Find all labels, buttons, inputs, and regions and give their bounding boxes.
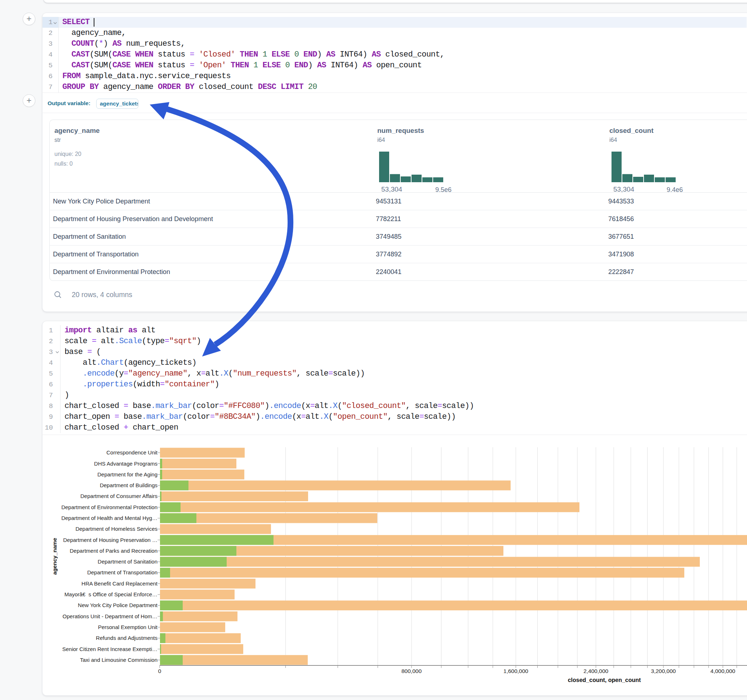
svg-text:Refunds and Adjustments: Refunds and Adjustments: [96, 635, 157, 641]
svg-text:agency_name: agency_name: [51, 538, 57, 575]
svg-text:Department of Housing Preserva: Department of Housing Preservation …: [63, 537, 157, 543]
svg-text:Department of Parks and Recrea: Department of Parks and Recreation: [70, 548, 157, 554]
svg-text:closed_count, open_count: closed_count, open_count: [568, 677, 641, 683]
svg-text:Department of Consumer Affairs: Department of Consumer Affairs: [80, 493, 157, 499]
svg-text:Correspondence Unit: Correspondence Unit: [106, 450, 158, 456]
svg-text:4,000,000: 4,000,000: [711, 668, 735, 674]
svg-text:Taxi and Limousine Commission: Taxi and Limousine Commission: [80, 657, 157, 663]
svg-text:Operations Unit - Department o: Operations Unit - Department of Hom…: [63, 613, 157, 619]
svg-text:Senior Citizen Rent Increase E: Senior Citizen Rent Increase Exempti…: [62, 646, 157, 652]
svg-text:0: 0: [158, 668, 162, 674]
svg-text:Department of Transportation: Department of Transportation: [87, 569, 157, 575]
svg-text:Mayorâ€ s Office of Special E: Mayorâ€ s Office of Special Enforce…: [65, 591, 157, 597]
svg-text:Department of Sanitation: Department of Sanitation: [98, 558, 157, 564]
svg-text:Department of Homeless Service: Department of Homeless Services: [75, 526, 157, 532]
svg-text:800,000: 800,000: [401, 668, 422, 674]
svg-text:Personal Exemption Unit: Personal Exemption Unit: [98, 624, 158, 630]
svg-text:3,200,000: 3,200,000: [651, 668, 676, 674]
svg-text:Department for the Aging: Department for the Aging: [97, 471, 157, 477]
svg-text:Department of Health and Menta: Department of Health and Mental Hyg…: [61, 515, 157, 521]
svg-text:HRA Benefit Card Replacement: HRA Benefit Card Replacement: [82, 581, 158, 587]
svg-text:Department of Environmental Pr: Department of Environmental Protection: [61, 504, 157, 510]
svg-text:Department of Buildings: Department of Buildings: [100, 482, 157, 488]
svg-text:2,400,000: 2,400,000: [584, 668, 608, 674]
svg-text:New York City Police Departmen: New York City Police Department: [78, 602, 158, 608]
svg-text:DHS Advantage Programs: DHS Advantage Programs: [94, 460, 157, 467]
svg-text:1,600,000: 1,600,000: [504, 668, 528, 674]
